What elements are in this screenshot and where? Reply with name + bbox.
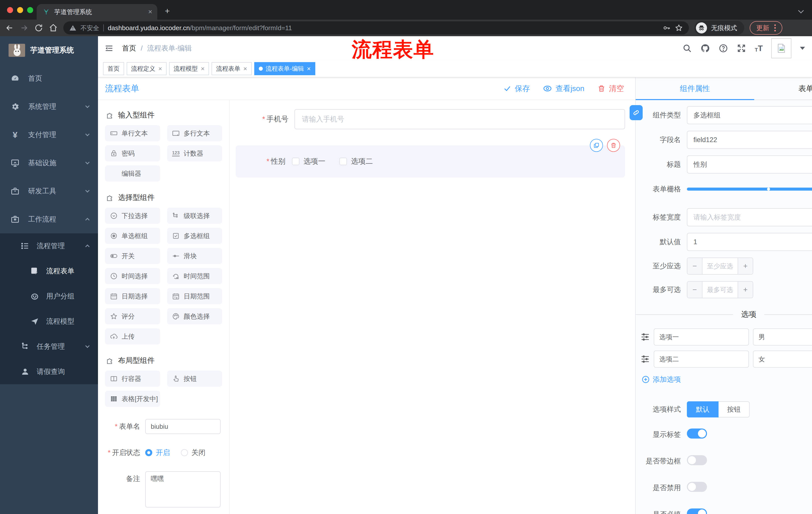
palette-item-table[interactable]: 表格[开发中] xyxy=(105,391,160,407)
github-icon[interactable] xyxy=(700,44,710,53)
tab-close-icon[interactable]: × xyxy=(148,8,152,15)
minimize-window-button[interactable] xyxy=(17,7,23,13)
palette-item-checkbox-group[interactable]: 多选框组 xyxy=(167,228,222,244)
stepper-decrease-button[interactable]: − xyxy=(687,282,702,298)
style-default-button[interactable]: 默认 xyxy=(687,401,719,417)
component-type-select[interactable]: 多选框组 xyxy=(687,106,812,124)
palette-item-rate[interactable]: 评分 xyxy=(105,308,160,324)
canvas-field-phone[interactable]: *手机号 xyxy=(236,109,625,129)
sidebar-item-payment[interactable]: ¥ 支付管理 xyxy=(0,121,98,149)
palette-item-cascader[interactable]: 级联选择 xyxy=(167,208,222,224)
required-toggle[interactable] xyxy=(687,509,707,514)
checkbox-box[interactable] xyxy=(292,158,299,165)
avatar[interactable] xyxy=(771,38,791,58)
sidebar-item-home[interactable]: 首页 xyxy=(0,64,98,92)
palette-item-slider[interactable]: 滑块 xyxy=(167,248,222,264)
palette-item-switch[interactable]: 开关 xyxy=(105,248,160,264)
title-input[interactable] xyxy=(687,155,812,173)
gender-option-1[interactable]: 选项一 xyxy=(292,156,325,166)
default-value-input[interactable] xyxy=(687,233,812,251)
disabled-toggle[interactable] xyxy=(687,482,707,492)
view-json-button[interactable]: 查看json xyxy=(543,83,584,94)
option-label-input[interactable] xyxy=(654,351,749,368)
palette-item-editor[interactable]: 编辑器 xyxy=(105,165,160,182)
palette-item-upload[interactable]: 上传 xyxy=(105,328,160,345)
sidebar-brand[interactable]: 芋道管理系统 xyxy=(0,36,98,64)
status-on-radio[interactable]: 开启 xyxy=(145,448,170,457)
browser-tab[interactable]: 芋道管理系统 × xyxy=(37,4,157,20)
sidebar-item-process-mgmt[interactable]: 流程管理 xyxy=(0,233,98,259)
copy-field-button[interactable] xyxy=(590,139,603,152)
canvas-field-gender-selected[interactable]: *性别 选项一 选项二 xyxy=(236,145,625,178)
bookmark-star-icon[interactable] xyxy=(675,24,683,32)
field-name-input[interactable] xyxy=(687,131,812,149)
palette-item-counter[interactable]: 123计数器 xyxy=(167,145,222,161)
tag-process-form-edit[interactable]: 流程表单-编辑× xyxy=(254,62,315,75)
show-label-toggle[interactable] xyxy=(687,429,707,438)
status-off-radio[interactable]: 关闭 xyxy=(181,448,205,457)
security-label[interactable]: 不安全 xyxy=(80,24,99,32)
password-key-icon[interactable] xyxy=(663,24,671,32)
option-value-input[interactable] xyxy=(753,328,812,346)
tag-process-definition[interactable]: 流程定义× xyxy=(127,62,167,75)
grid-slider[interactable] xyxy=(687,188,812,191)
breadcrumb-home[interactable]: 首页 xyxy=(122,44,136,53)
browser-update-button[interactable]: 更新 xyxy=(750,21,782,35)
sidebar-item-user-group[interactable]: 用户分组 xyxy=(0,283,98,309)
palette-item-time-picker[interactable]: 时间选择 xyxy=(105,268,160,284)
tag-home[interactable]: 首页 xyxy=(103,62,124,75)
browser-menu-icon[interactable] xyxy=(774,24,776,31)
sidebar-item-workflow[interactable]: 工作流程 xyxy=(0,205,98,233)
update-label[interactable]: 更新 xyxy=(756,24,769,32)
form-remark-textarea[interactable]: 嘿嘿 xyxy=(145,471,221,508)
stepper-decrease-button[interactable]: − xyxy=(687,258,702,274)
forward-icon[interactable] xyxy=(20,23,29,32)
clear-button[interactable]: 清空 xyxy=(598,83,624,94)
drag-handle-icon[interactable] xyxy=(641,355,650,363)
font-size-icon[interactable]: TT xyxy=(755,44,763,52)
sidebar-item-process-model[interactable]: 流程模型 xyxy=(0,309,98,334)
add-option-button[interactable]: 添加选项 xyxy=(642,375,812,384)
sidebar-item-process-form[interactable]: 流程表单 xyxy=(0,259,98,283)
phone-input[interactable] xyxy=(294,109,625,129)
form-name-input[interactable] xyxy=(145,419,221,434)
maximize-window-button[interactable] xyxy=(27,7,33,13)
save-button[interactable]: 保存 xyxy=(503,83,530,94)
style-button-button[interactable]: 按钮 xyxy=(719,401,750,417)
palette-item-date-range[interactable]: 日期范围 xyxy=(167,288,222,304)
sidebar-collapse-icon[interactable] xyxy=(105,44,114,52)
tab-component-props[interactable]: 组件属性 xyxy=(636,77,754,100)
border-toggle[interactable] xyxy=(687,455,707,465)
fullscreen-icon[interactable] xyxy=(736,44,746,53)
drag-handle-icon[interactable] xyxy=(641,333,650,341)
option-label-input[interactable] xyxy=(654,328,749,346)
stepper-input[interactable]: 至少应选 xyxy=(702,258,737,274)
tag-process-model[interactable]: 流程模型× xyxy=(169,62,209,75)
palette-item-color-picker[interactable]: 颜色选择 xyxy=(167,308,222,324)
close-window-button[interactable] xyxy=(7,7,13,13)
back-icon[interactable] xyxy=(5,23,14,32)
palette-item-time-range[interactable]: 时间范围 xyxy=(167,268,222,284)
tag-close-icon[interactable]: × xyxy=(307,65,311,72)
sidebar-item-system[interactable]: 系统管理 xyxy=(0,92,98,121)
palette-item-button[interactable]: 按钮 xyxy=(167,371,222,387)
palette-item-date-picker[interactable]: 日期选择 xyxy=(105,288,160,304)
label-width-input[interactable] xyxy=(687,208,812,226)
tag-close-icon[interactable]: × xyxy=(201,65,204,72)
sidebar-item-devtools[interactable]: 研发工具 xyxy=(0,177,98,205)
option-value-input[interactable] xyxy=(753,351,812,368)
help-icon[interactable] xyxy=(719,44,728,53)
stepper-increase-button[interactable]: + xyxy=(737,258,753,274)
palette-item-row-container[interactable]: 行容器 xyxy=(105,371,160,387)
sidebar-item-infra[interactable]: 基础设施 xyxy=(0,149,98,177)
checkbox-box[interactable] xyxy=(340,158,347,165)
tag-close-icon[interactable]: × xyxy=(158,65,162,72)
sidebar-item-leave-query[interactable]: 请假查询 xyxy=(0,359,98,384)
palette-item-radio-group[interactable]: 单选框组 xyxy=(105,228,160,244)
tab-search-chevron-icon[interactable] xyxy=(798,8,804,13)
form-canvas[interactable]: *手机号 *性别 选项一 选项二 xyxy=(230,100,635,514)
not-secure-warning-icon[interactable] xyxy=(69,24,76,31)
stepper-increase-button[interactable]: + xyxy=(737,282,753,298)
sidebar-item-task-mgmt[interactable]: 任务管理 xyxy=(0,334,98,359)
new-tab-button[interactable]: + xyxy=(165,6,170,15)
